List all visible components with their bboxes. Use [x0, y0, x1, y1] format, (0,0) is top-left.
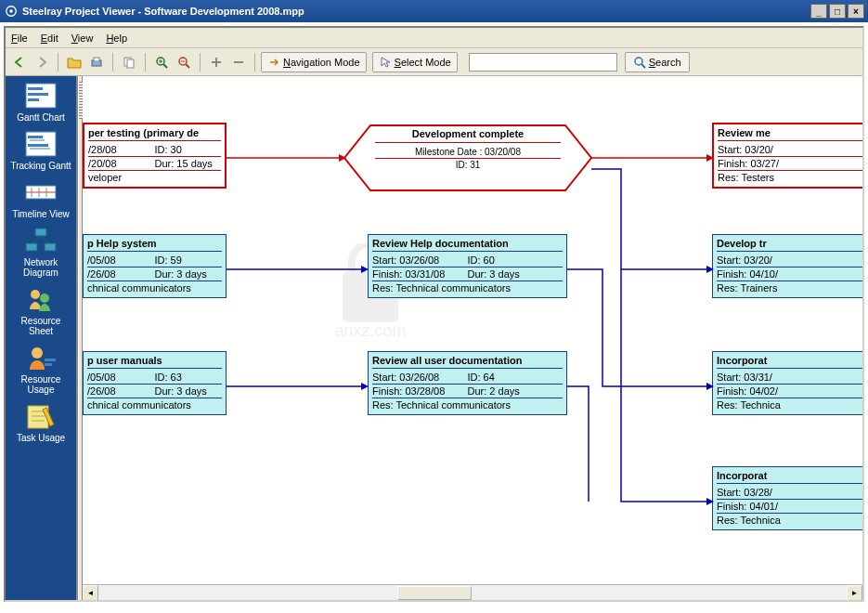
svg-marker-59 [706, 266, 714, 273]
app-icon [4, 4, 19, 19]
svg-rect-41 [45, 363, 52, 366]
menu-file[interactable]: File [11, 33, 28, 44]
scroll-left-button[interactable]: ◄ [83, 585, 98, 600]
back-button[interactable] [9, 52, 30, 72]
svg-point-38 [40, 293, 49, 303]
svg-rect-34 [45, 243, 56, 251]
svg-rect-26 [30, 148, 50, 150]
network-diagram-canvas[interactable]: anxz.com per testing (primary de /28/08I… [83, 76, 862, 584]
zoom-in-button[interactable] [151, 52, 172, 72]
svg-rect-5 [127, 59, 134, 68]
zoom-out-button[interactable] [174, 52, 194, 72]
svg-rect-25 [28, 144, 48, 147]
svg-rect-19 [28, 87, 43, 90]
search-input[interactable] [469, 53, 617, 72]
menu-edit[interactable]: Edit [41, 33, 58, 44]
search-button[interactable]: Search [625, 52, 690, 72]
scroll-thumb[interactable] [397, 586, 472, 600]
svg-marker-52 [706, 154, 714, 162]
svg-rect-23 [28, 136, 43, 138]
open-button[interactable] [64, 52, 84, 72]
print-button[interactable] [86, 52, 107, 72]
svg-line-11 [186, 64, 189, 68]
scroll-right-button[interactable]: ► [847, 585, 862, 600]
toolbar: NNavigation Modeavigation Mode Select Mo… [6, 48, 862, 76]
svg-rect-20 [28, 93, 48, 96]
sidebar-item-gantt[interactable]: Gantt Chart [8, 82, 73, 123]
svg-marker-60 [706, 383, 714, 390]
close-button[interactable]: × [848, 4, 864, 19]
sidebar: Gantt Chart Tracking Gantt Timeline View… [6, 76, 78, 600]
svg-line-36 [41, 236, 50, 243]
svg-rect-33 [26, 243, 37, 251]
svg-point-37 [31, 290, 40, 299]
select-mode-button[interactable]: Select Mode [372, 52, 458, 72]
svg-rect-21 [28, 98, 39, 101]
resource-usage-icon [24, 344, 58, 372]
svg-point-16 [635, 58, 642, 65]
titlebar: Steelray Project Viewer - Software Devel… [0, 0, 868, 22]
svg-marker-50 [339, 154, 346, 162]
sidebar-item-timeline[interactable]: Timeline View [8, 178, 73, 219]
svg-line-17 [641, 64, 645, 68]
minimize-button[interactable]: _ [810, 4, 827, 19]
svg-rect-40 [45, 359, 56, 361]
network-diagram-icon [24, 227, 58, 254]
tracking-gantt-icon [24, 130, 58, 158]
connector-lines [83, 76, 862, 584]
svg-rect-32 [35, 228, 46, 236]
svg-marker-57 [706, 498, 714, 505]
maximize-button[interactable]: □ [829, 4, 846, 19]
expand-button[interactable] [206, 52, 227, 72]
svg-line-35 [32, 236, 41, 243]
svg-rect-3 [94, 58, 99, 61]
forward-button[interactable] [32, 52, 52, 72]
svg-line-7 [163, 64, 167, 68]
menu-help[interactable]: Help [106, 33, 127, 44]
sidebar-item-task-usage[interactable]: Task Usage [8, 402, 73, 443]
sidebar-item-tracking[interactable]: Tracking Gantt [8, 130, 73, 171]
sidebar-item-resource-sheet[interactable]: Resource Sheet [8, 285, 73, 336]
task-usage-icon [24, 402, 58, 430]
window-title: Steelray Project Viewer - Software Devel… [22, 6, 304, 17]
svg-point-1 [9, 9, 13, 13]
sidebar-item-network[interactable]: Network Diagram [8, 227, 73, 278]
svg-marker-56 [361, 383, 369, 390]
sidebar-item-resource-usage[interactable]: Resource Usage [8, 344, 73, 395]
svg-marker-54 [361, 266, 369, 273]
resource-sheet-icon [24, 285, 58, 313]
menu-view[interactable]: View [71, 33, 94, 44]
svg-point-39 [32, 347, 43, 359]
collapse-button[interactable] [228, 52, 249, 72]
menubar: File Edit View Help [6, 28, 862, 48]
timeline-icon [24, 178, 58, 206]
horizontal-scrollbar[interactable]: ◄ ► [83, 584, 862, 600]
svg-rect-24 [30, 139, 45, 141]
gantt-icon [24, 82, 58, 110]
copy-button[interactable] [119, 52, 139, 72]
navigation-mode-button[interactable]: NNavigation Modeavigation Mode [261, 52, 367, 72]
